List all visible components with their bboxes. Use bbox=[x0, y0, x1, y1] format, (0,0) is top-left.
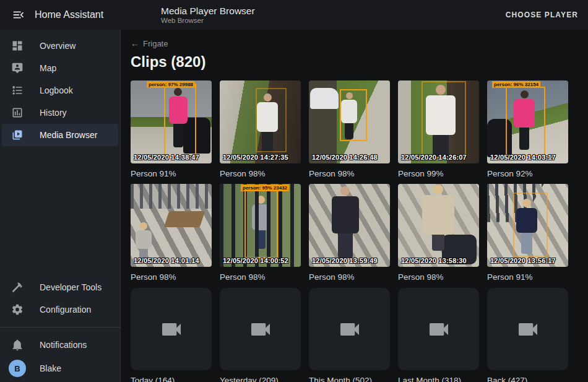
sidebar-header: Home Assistant bbox=[0, 5, 121, 25]
cog-icon bbox=[11, 303, 24, 316]
sidebar-item-media-browser[interactable]: Media Browser bbox=[2, 124, 118, 146]
folder-caption: Back (427) bbox=[487, 375, 568, 382]
clip-thumbnail[interactable]: 12/05/2020 14:26:48 bbox=[309, 80, 390, 163]
clip-item: person: 97% 29988 12/05/2020 14:38:47 Pe… bbox=[131, 80, 212, 180]
app-title: Home Assistant bbox=[35, 9, 103, 20]
menu-toggle-button[interactable] bbox=[9, 5, 28, 25]
video-icon bbox=[516, 317, 540, 342]
clip-item: 12/05/2020 13:59:49 Person 98% bbox=[309, 184, 390, 283]
detection-bbox bbox=[340, 89, 367, 141]
sidebar-item-label: Notifications bbox=[40, 340, 87, 350]
video-icon bbox=[159, 317, 184, 342]
sidebar-item-configuration[interactable]: Configuration bbox=[2, 298, 118, 321]
clip-timestamp: 12/05/2020 14:38:47 bbox=[134, 154, 199, 161]
clip-thumbnail[interactable]: 12/05/2020 14:27:35 bbox=[220, 80, 301, 163]
sidebar-item-label: Media Browser bbox=[40, 130, 97, 140]
clip-thumbnail[interactable]: 12/05/2020 14:01:14 bbox=[131, 184, 212, 267]
scene-prop bbox=[163, 211, 204, 227]
page-subtitle: Web Browser bbox=[161, 17, 255, 25]
detection-bbox bbox=[164, 84, 196, 157]
clip-timestamp: 12/05/2020 14:01:14 bbox=[134, 257, 199, 264]
video-icon bbox=[248, 317, 273, 342]
detection-bbox bbox=[422, 81, 466, 158]
folder-item: Today (164) bbox=[131, 288, 212, 382]
clip-caption: Person 92% bbox=[487, 168, 568, 180]
clip-timestamp: 12/05/2020 14:26:07 bbox=[401, 154, 467, 161]
clip-thumbnail[interactable]: 12/05/2020 13:59:49 bbox=[309, 184, 390, 267]
sidebar-item-label: Logbook bbox=[40, 85, 73, 95]
breadcrumb-back[interactable]: ← Frigate bbox=[131, 38, 168, 48]
clip-item: 12/05/2020 14:27:35 Person 98% bbox=[220, 80, 301, 180]
profile-name: Blake bbox=[40, 363, 61, 373]
sidebar-item-developer-tools[interactable]: Developer Tools bbox=[2, 276, 118, 298]
sidebar-item-label: Overview bbox=[40, 41, 76, 51]
video-icon bbox=[337, 317, 362, 342]
person-figure bbox=[136, 222, 152, 260]
detection-bbox bbox=[256, 88, 287, 152]
clip-thumbnail[interactable]: 12/05/2020 13:56:17 bbox=[487, 184, 568, 267]
sidebar-divider bbox=[0, 327, 120, 328]
chart-box-icon bbox=[11, 106, 24, 119]
folder-item: Last Month (318) bbox=[398, 288, 479, 382]
folder-card[interactable] bbox=[398, 288, 479, 370]
back-arrow-icon: ← bbox=[131, 38, 139, 48]
app-root: Home Assistant Media Player Browser Web … bbox=[0, 0, 588, 382]
sidebar: Overview Map Logbook History Media Brows… bbox=[0, 30, 121, 382]
folder-caption: This Month (502) bbox=[309, 375, 390, 382]
folder-card[interactable] bbox=[220, 288, 301, 370]
play-box-multiple-icon bbox=[11, 129, 24, 141]
sidebar-item-overview[interactable]: Overview bbox=[2, 35, 118, 57]
folder-card[interactable] bbox=[131, 288, 212, 370]
folder-item: Yesterday (209) bbox=[220, 288, 301, 382]
sidebar-item-label: Map bbox=[40, 63, 56, 73]
choose-player-button[interactable]: CHOOSE PLAYER bbox=[506, 11, 578, 19]
detection-bbox bbox=[244, 189, 278, 258]
clip-item: 12/05/2020 14:01:14 Person 98% bbox=[131, 184, 212, 283]
clip-caption: Person 98% bbox=[309, 168, 390, 180]
clip-timestamp: 12/05/2020 13:58:30 bbox=[401, 257, 467, 264]
main-content: ← Frigate Clips (820) person: 97% 29988 … bbox=[121, 30, 588, 382]
sidebar-item-history[interactable]: History bbox=[2, 102, 118, 124]
folder-item: Back (427) bbox=[487, 288, 568, 382]
clip-timestamp: 12/05/2020 14:27:35 bbox=[223, 154, 288, 161]
folder-caption: Today (164) bbox=[131, 375, 212, 382]
menu-open-icon bbox=[12, 8, 25, 22]
folder-item: This Month (502) bbox=[309, 288, 390, 382]
clip-timestamp: 12/05/2020 14:26:48 bbox=[312, 154, 378, 161]
clip-thumbnail[interactable]: 12/05/2020 14:26:07 bbox=[398, 80, 479, 163]
folder-card[interactable] bbox=[487, 288, 568, 370]
clip-thumbnail[interactable]: 12/05/2020 13:58:30 bbox=[398, 184, 479, 267]
back-label: Frigate bbox=[143, 39, 168, 48]
tooltip-account-icon bbox=[11, 62, 24, 74]
clip-item: 12/05/2020 13:56:17 Person 91% bbox=[487, 184, 568, 283]
sidebar-item-notifications[interactable]: Notifications bbox=[2, 334, 118, 356]
detection-chip: person: 97% 29988 bbox=[147, 81, 195, 88]
sidebar-item-map[interactable]: Map bbox=[2, 57, 118, 79]
clip-caption: Person 98% bbox=[220, 272, 301, 283]
scene-prop bbox=[310, 88, 339, 109]
clip-caption: Person 91% bbox=[487, 272, 568, 283]
clip-item: 12/05/2020 13:58:30 Person 98% bbox=[398, 184, 479, 283]
clip-caption: Person 99% bbox=[398, 168, 479, 180]
sidebar-item-profile[interactable]: B Blake bbox=[2, 356, 118, 381]
folders-grid: Today (164) Yesterday (209) This Month (… bbox=[131, 288, 578, 382]
person-figure bbox=[422, 184, 454, 251]
detection-chip: person: 96% 32154 bbox=[492, 81, 540, 88]
clip-item: 12/05/2020 14:26:07 Person 99% bbox=[398, 80, 479, 180]
page-head: Media Player Browser Web Browser bbox=[161, 6, 255, 25]
folder-caption: Yesterday (209) bbox=[220, 375, 301, 382]
detection-chip: person: 95% 23432 bbox=[241, 184, 289, 191]
clip-thumbnail[interactable]: person: 97% 29988 12/05/2020 14:38:47 bbox=[131, 80, 212, 163]
sidebar-item-logbook[interactable]: Logbook bbox=[2, 79, 118, 102]
clip-timestamp: 12/05/2020 14:03:17 bbox=[490, 154, 556, 161]
clip-caption: Person 98% bbox=[309, 272, 390, 283]
folder-card[interactable] bbox=[309, 288, 390, 370]
clip-thumbnail[interactable]: person: 96% 32154 12/05/2020 14:03:17 bbox=[487, 80, 568, 163]
clip-caption: Person 98% bbox=[398, 272, 479, 283]
clip-timestamp: 12/05/2020 13:56:17 bbox=[490, 257, 556, 264]
sidebar-item-label: Configuration bbox=[40, 305, 91, 315]
sidebar-item-label: Developer Tools bbox=[40, 282, 102, 292]
top-bar: Home Assistant Media Player Browser Web … bbox=[0, 0, 588, 30]
clip-item: 12/05/2020 14:26:48 Person 98% bbox=[309, 80, 390, 180]
clip-thumbnail[interactable]: person: 95% 23432 12/05/2020 14:00:52 bbox=[220, 184, 301, 267]
